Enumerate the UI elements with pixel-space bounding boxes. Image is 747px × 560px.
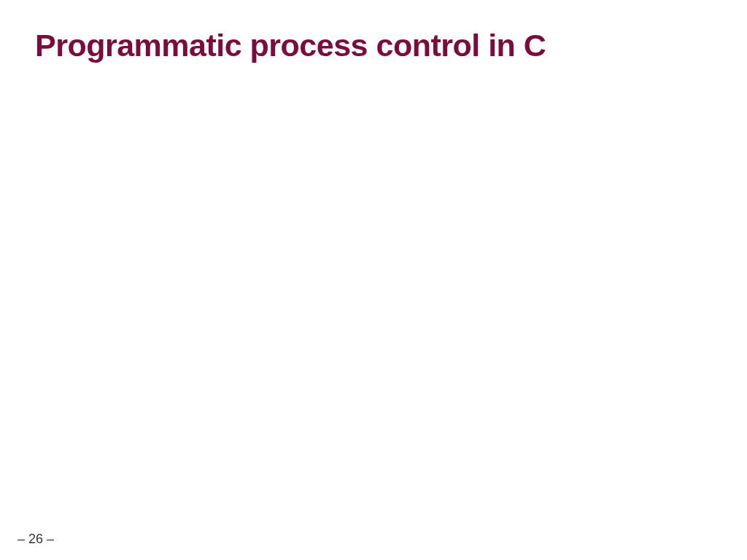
page-number: – 26 –: [18, 532, 54, 547]
slide-title: Programmatic process control in C: [35, 28, 546, 63]
